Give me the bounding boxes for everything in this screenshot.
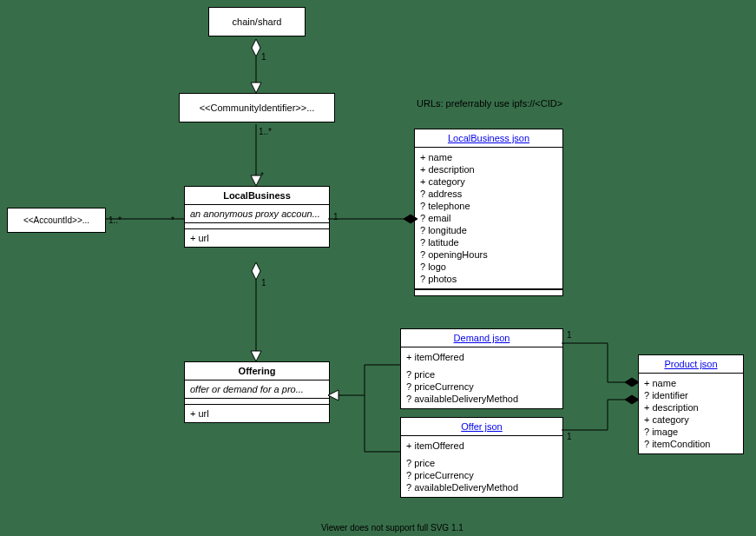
class-attrs: + name ? identifier + description + cate… — [639, 374, 743, 453]
class-attr: + url — [185, 229, 329, 247]
mult-offering-diamond-1: 1 — [261, 278, 266, 288]
class-attrs: + itemOffered ? price ? priceCurrency ? … — [401, 436, 562, 497]
diamond-open-icon — [252, 39, 260, 56]
class-local-business-json: LocalBusiness json + name + description … — [414, 129, 563, 296]
mult-community-star: * — [260, 171, 264, 181]
class-account-id: <<AccountId>>... — [7, 208, 106, 233]
note-urls: URLs: preferrably use ipfs://<CID> — [417, 98, 562, 109]
diamond-filled-icon — [625, 378, 639, 387]
class-subtitle: offer or demand for a pro... — [185, 380, 329, 399]
class-offering: Offering offer or demand for a pro... + … — [184, 361, 330, 423]
class-title-link[interactable]: Product json — [639, 355, 743, 374]
class-title-link[interactable]: LocalBusiness json — [415, 129, 562, 148]
class-attr: + url — [185, 405, 329, 422]
diamond-open-icon — [252, 262, 260, 280]
class-product-json: Product json + name ? identifier + descr… — [638, 354, 744, 454]
class-attrs: + itemOffered ? price ? priceCurrency ? … — [401, 347, 562, 408]
mult-localbiz-left-star: * — [171, 215, 174, 225]
class-title-link[interactable]: Offer json — [401, 418, 562, 436]
class-empty-section — [185, 399, 329, 405]
arrow-open-icon — [251, 351, 261, 361]
class-empty-section — [415, 289, 562, 295]
class-chain-shard: chain/shard — [208, 7, 306, 36]
class-title: Offering — [185, 362, 329, 380]
footer-note: Viewer does not support full SVG 1.1 — [321, 523, 463, 533]
class-demand-json: Demand json + itemOffered ? price ? pric… — [400, 328, 563, 409]
class-title: chain/shard — [209, 8, 305, 36]
class-title: <<AccountId>>... — [8, 208, 105, 232]
mult-demand-1: 1 — [567, 330, 572, 340]
mult-account-1star: 1..* — [108, 215, 122, 225]
class-title: LocalBusiness — [185, 187, 329, 205]
mult-localbiz-right-1: 1 — [333, 212, 339, 222]
arrow-open-icon — [251, 83, 261, 93]
class-local-business: LocalBusiness an anonymous proxy accoun.… — [184, 186, 330, 248]
diamond-filled-icon — [625, 395, 639, 404]
mult-chain-1: 1 — [261, 52, 266, 62]
mult-community-1star: 1..* — [259, 127, 272, 136]
mult-offer-1: 1 — [567, 432, 572, 441]
class-title-link[interactable]: Demand json — [401, 329, 562, 347]
class-attrs: + name + description + category ? addres… — [415, 148, 562, 289]
connectors — [0, 0, 756, 536]
class-community-identifier: <<CommunityIdentifier>>... — [179, 93, 335, 122]
class-empty-section — [185, 223, 329, 229]
class-title: <<CommunityIdentifier>>... — [180, 94, 334, 122]
class-offer-json: Offer json + itemOffered ? price ? price… — [400, 417, 563, 498]
class-subtitle: an anonymous proxy accoun... — [185, 205, 329, 223]
